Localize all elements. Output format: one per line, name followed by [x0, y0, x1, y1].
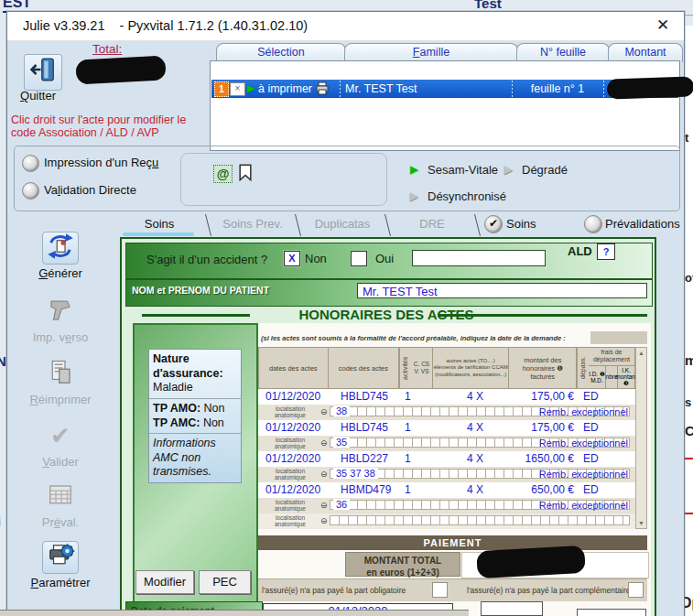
patient-name-input[interactable]: Mr. TEST Test [357, 283, 647, 298]
invoice-list: Sélection Famille N° feuille Montant 1 ×… [210, 43, 680, 151]
active-tab-underline [123, 232, 194, 236]
impression-recu-radio[interactable] [22, 155, 39, 172]
minus-circle-icon[interactable]: ⊖ [320, 516, 328, 525]
footer-field[interactable] [577, 609, 646, 616]
imp-verso-button[interactable]: Imp. verso [15, 296, 106, 344]
soins-check-radio[interactable]: ✔ [484, 215, 503, 233]
act-depass: ED [583, 390, 599, 403]
hint-line-2: code Association / ALD / AVP [11, 126, 159, 139]
calculator-icon [42, 481, 79, 513]
teeth-numbers: 35 [333, 437, 350, 448]
act-montant: 650,00 € [506, 483, 574, 496]
act-row[interactable]: 01/12/2020 HBLD227 1 4 X 1650,00 € ED [258, 451, 635, 468]
sesam-vitale-label: Sesam-Vitale [428, 163, 498, 177]
act-row[interactable]: 01/12/2020 HBMD479 1 4 X 650,00 € ED [258, 482, 635, 499]
act-depass: ED [583, 421, 599, 434]
act-date: 01/12/2020 [265, 390, 320, 403]
invoice-row-selected[interactable]: 1 × ▶ à imprimer Mr. TEST Test feuille n… [211, 80, 678, 98]
accord-date-field[interactable] [590, 331, 647, 344]
minus-circle-icon[interactable]: ⊖ [320, 438, 328, 448]
reimprimer-button[interactable]: Réimprimer [15, 358, 106, 406]
redacted-total-value [75, 55, 166, 84]
hint-line-1: Clic droit sur l'acte pour modifier le [11, 113, 186, 126]
header-frais-deplacement: frais de déplacement I.D. ❷ M.D. nbre I.… [589, 348, 634, 388]
act-code: HBMD479 [341, 483, 391, 496]
scroll-down-icon[interactable]: ▼ [636, 520, 646, 526]
localisation-row[interactable]: localisationanatomique ⊖ 35 37 38 Remb. … [258, 467, 635, 482]
act-row[interactable]: 01/12/2020 HBLD745 1 4 X 175,00 € ED [258, 420, 635, 437]
degrade-status-icon: ▶ [504, 163, 513, 176]
act-date: 01/12/2020 [265, 483, 320, 496]
minus-circle-icon[interactable]: ⊖ [320, 470, 328, 479]
localisation-row[interactable]: localisationanatomique ⊖ 36 Remb. except… [258, 498, 635, 513]
header-montant-honoraires: montant deshonoraires ❶facturés [509, 348, 577, 388]
tab-duplicatas[interactable]: Duplicatas [300, 213, 384, 237]
tab-soins-prev[interactable]: Soins Prev. [211, 213, 295, 237]
accident-question: S'agit il d'un accident ? [146, 253, 267, 266]
bookmark-icon[interactable] [239, 164, 252, 181]
row-feuille: feuille n° 1 [512, 82, 603, 95]
title-bar[interactable]: Julie v3.39.21 - Pyxvital 1.71.2 (1.40.3… [7, 12, 684, 41]
column-header-montant[interactable]: Montant [608, 43, 683, 62]
acts-table-scrollbar[interactable]: ▲ ▼ [635, 347, 647, 529]
pec-button[interactable]: PEC [199, 570, 251, 594]
header-ik: I.K. montant ❸ [618, 366, 634, 388]
localisation-label: localisationanatomique [260, 405, 320, 418]
accident-non-label: Non [305, 252, 327, 265]
scroll-up-icon[interactable]: ▲ [636, 350, 646, 356]
quitter-button[interactable] [24, 54, 62, 91]
localisation-label: localisationanatomique [260, 437, 320, 449]
background-bottom-band [0, 610, 469, 616]
accident-oui-checkbox[interactable] [351, 251, 367, 266]
localisation-row-empty[interactable]: localisationanatomique ⊖ [258, 513, 635, 529]
valider-button[interactable]: ✔ Valider [15, 420, 106, 469]
generer-label: Générer [15, 266, 106, 280]
modifier-button[interactable]: Modifier [135, 570, 194, 594]
footer-field[interactable] [481, 601, 543, 616]
localisation-label: localisationanatomique [260, 499, 320, 512]
column-header-famille[interactable]: Famille [344, 43, 518, 62]
tab-dre[interactable]: DRE [390, 213, 474, 237]
part-obligatoire-checkbox[interactable] [432, 582, 448, 598]
preval-label: Préval. [15, 515, 106, 529]
part-complementaire-checkbox[interactable] [628, 582, 644, 598]
heading-rule-right [438, 314, 647, 317]
act-row[interactable]: 01/12/2020 HBLD745 1 4 X 175,00 € ED [258, 389, 635, 405]
generer-button[interactable]: Générer [15, 232, 106, 280]
prevalidations-label: Prévalidations [605, 217, 680, 231]
close-icon[interactable]: ✕ [649, 14, 677, 38]
background-fragment: C [685, 423, 693, 438]
background-fragment: m [685, 352, 693, 368]
act-depass: ED [583, 483, 599, 496]
header-autres-actes: autres actes (TO,...)éléments de tarific… [433, 348, 510, 388]
prevalidations-radio[interactable] [584, 215, 602, 233]
invoice-list-body[interactable]: 1 × ▶ à imprimer Mr. TEST Test feuille n… [210, 60, 680, 151]
localisation-row[interactable]: localisationanatomique ⊖ 38 Remb. except… [258, 405, 635, 420]
pyxvital-dialog: Julie v3.39.21 - Pyxvital 1.71.2 (1.40.3… [6, 11, 685, 616]
minus-circle-icon[interactable]: ⊖ [320, 407, 328, 416]
column-header-selection[interactable]: Sélection [216, 43, 346, 62]
total-label: Total: [92, 42, 122, 56]
preval-button[interactable]: Préval. [15, 481, 106, 529]
parametrer-button[interactable]: Paramétrer [15, 541, 106, 589]
impression-recu-label: Impression d'un Reçu [44, 156, 158, 169]
column-header-feuille[interactable]: N° feuille [516, 43, 610, 62]
accident-date-input[interactable] [412, 250, 546, 266]
act-activite: 1 [405, 390, 411, 403]
part-complementaire-label: l'assuré(e) n'a pas payé la part complém… [467, 586, 631, 595]
act-autres: 4 X [467, 390, 483, 403]
minus-circle-icon[interactable]: ⊖ [320, 501, 328, 510]
header-depass: dépass. [577, 348, 589, 388]
ald-help-button[interactable]: ? [597, 243, 615, 260]
montant-total-label: MONTANT TOTALen euros (1+2+3) [345, 552, 460, 577]
claim-form: S'agit il d'un accident ? X Non Oui ALD … [120, 237, 656, 616]
degrade-label: Dégradé [522, 163, 568, 177]
row-patient-name: Mr. TEST Test [345, 82, 417, 95]
montant-total-value-area [461, 552, 649, 578]
validation-directe-radio[interactable] [22, 182, 39, 200]
sesam-vitale-status-icon: ▶ [410, 163, 418, 176]
accident-oui-label: Oui [375, 252, 394, 265]
localisation-row[interactable]: localisationanatomique ⊖ 35 Remb. except… [258, 436, 635, 451]
at-sign-icon[interactable]: @ [213, 165, 233, 183]
accident-non-checkbox[interactable]: X [284, 251, 300, 266]
